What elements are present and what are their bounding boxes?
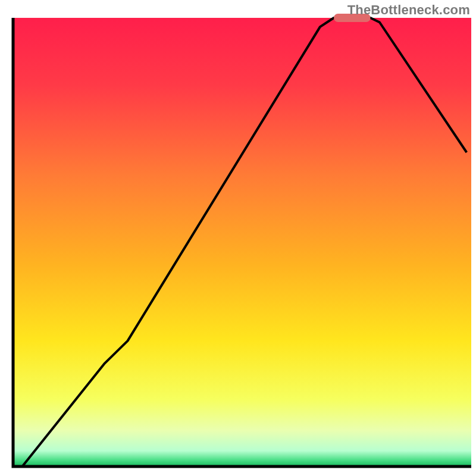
watermark-text: TheBottleneck.com	[347, 2, 470, 18]
bottleneck-chart: TheBottleneck.com	[0, 0, 476, 476]
chart-svg	[0, 0, 476, 476]
gradient-background	[13, 18, 471, 466]
